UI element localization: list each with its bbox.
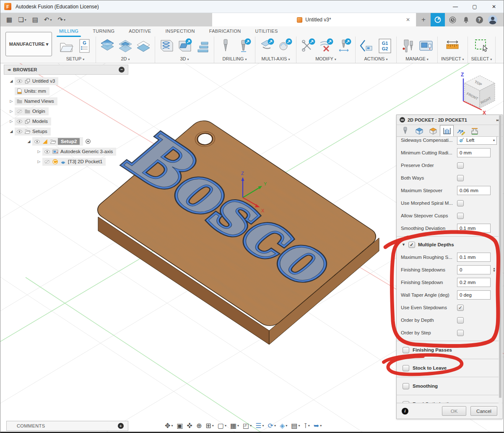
undo-icon[interactable]: ↶▾ bbox=[44, 16, 52, 23]
ok-button[interactable]: OK bbox=[442, 406, 466, 416]
checkbox-feed-optimization[interactable] bbox=[403, 401, 409, 403]
checkbox-order-by-depth[interactable] bbox=[457, 317, 464, 323]
parallel-3d-icon[interactable] bbox=[195, 38, 210, 56]
tree-item--t3-2d-pocket1[interactable]: ▷[T3] 2D Pocket1 bbox=[4, 157, 128, 167]
ribbon-tab-inspection[interactable]: INSPECTION bbox=[165, 26, 195, 37]
spin-down-icon[interactable]: ▼ bbox=[493, 270, 496, 272]
delete-toolpath-icon[interactable] bbox=[318, 38, 334, 56]
chevron-down-icon[interactable]: ▾ bbox=[320, 424, 322, 428]
face-2d-icon[interactable] bbox=[99, 38, 115, 56]
input-maximum-stepover[interactable]: 0.06 mm bbox=[457, 186, 491, 195]
chevron-down-icon[interactable]: ▼ bbox=[402, 243, 405, 247]
checkbox-order-by-step[interactable] bbox=[457, 330, 464, 336]
chevron-down-icon[interactable]: ▾ bbox=[286, 424, 287, 428]
slot-2d-icon[interactable] bbox=[135, 38, 151, 56]
show-passes-button[interactable]: ☰▾ bbox=[255, 422, 264, 430]
ribbon-group-label[interactable]: 2D ▾ bbox=[121, 56, 130, 61]
tree-expander-icon[interactable]: ◢ bbox=[8, 79, 15, 83]
move-toolpath-icon[interactable] bbox=[336, 38, 352, 56]
dropdown-sideways-compensati[interactable]: Left▾ bbox=[457, 137, 497, 145]
chevron-down-icon[interactable]: ▾ bbox=[171, 424, 173, 428]
job-status-button[interactable] bbox=[446, 13, 459, 26]
checkbox-preserve-order[interactable] bbox=[457, 162, 464, 169]
measure-icon[interactable] bbox=[444, 38, 460, 56]
swarf-icon[interactable] bbox=[259, 38, 275, 56]
tree-expander-icon[interactable]: ▷ bbox=[8, 109, 15, 113]
eye-icon[interactable] bbox=[16, 78, 23, 84]
browser-minimize-icon[interactable]: – bbox=[119, 67, 125, 73]
tree-expander-icon[interactable]: ▷ bbox=[36, 149, 42, 154]
file-icon[interactable]: ❏▾ bbox=[18, 16, 26, 23]
look-at-button[interactable]: ▣ bbox=[177, 422, 183, 430]
zoom-window-button[interactable]: ⊞▾ bbox=[205, 422, 213, 430]
checkbox-stock-to-leave[interactable] bbox=[403, 365, 409, 371]
ribbon-group-label[interactable]: 3D ▾ bbox=[180, 56, 189, 61]
ribbon-tab-milling[interactable]: MILLING bbox=[59, 26, 78, 37]
machine-library-icon[interactable] bbox=[418, 38, 434, 56]
ribbon-group-label[interactable]: MODIFY ▾ bbox=[315, 56, 336, 61]
input-finishing-stepdown[interactable]: 0.2 mm bbox=[457, 278, 491, 287]
dialog-collapse-icon[interactable] bbox=[400, 117, 405, 123]
file-icon-caret[interactable]: ▾ bbox=[25, 18, 26, 22]
pocket-3d-icon[interactable] bbox=[177, 38, 192, 56]
ribbon-tab-utilities[interactable]: UTILITIES bbox=[255, 26, 278, 37]
simulate-refresh-button[interactable]: ⟳▾ bbox=[268, 422, 276, 430]
ribbon-tab-additive[interactable]: ADDITIVE bbox=[129, 26, 151, 37]
account-button[interactable] bbox=[486, 13, 499, 26]
checkbox-multiple-depths[interactable]: ✓ bbox=[408, 242, 415, 248]
zoom-button[interactable]: ⊕ bbox=[196, 422, 202, 430]
checkbox-finishing-passes[interactable] bbox=[403, 347, 409, 353]
input-wall-taper-angle-deg[interactable]: 0 deg bbox=[457, 290, 491, 300]
chevron-down-icon[interactable]: ▾ bbox=[225, 424, 226, 428]
ribbon-tab-fabrication[interactable]: FABRICATION bbox=[209, 26, 241, 37]
post-process-icon[interactable] bbox=[359, 38, 375, 56]
tree-item-named-views[interactable]: ▷Named Views bbox=[4, 96, 128, 106]
dialog-header[interactable]: 2D POCKET : 2D POCKET1 ▸▸ bbox=[397, 115, 502, 125]
ribbon-group-label[interactable]: SELECT ▾ bbox=[471, 56, 492, 61]
chevron-down-icon[interactable]: ▾ bbox=[298, 424, 300, 428]
tree-expander-icon[interactable]: ▷ bbox=[8, 119, 15, 123]
tree-item-untitled-v3[interactable]: ◢Untitled v3 bbox=[4, 76, 128, 86]
grid-settings-button[interactable]: ▦▾ bbox=[230, 422, 239, 430]
show-machine-button[interactable]: ▤▾ bbox=[291, 422, 300, 430]
tree-expander-icon[interactable]: ▷ bbox=[8, 99, 15, 103]
ribbon-group-label[interactable]: MANAGE ▾ bbox=[405, 56, 429, 61]
dialog-tab-heights[interactable] bbox=[426, 125, 440, 136]
spinner-finishing-stepdowns[interactable]: ▲▼ bbox=[491, 267, 497, 272]
input-maximum-roughing-s[interactable]: 0.1 mm bbox=[457, 253, 491, 262]
eye-off-icon[interactable] bbox=[16, 108, 23, 115]
undo-icon-caret[interactable]: ▾ bbox=[50, 18, 52, 22]
toolpath-trail-button[interactable]: ➥▾ bbox=[314, 422, 322, 430]
thread-mill-icon[interactable] bbox=[236, 38, 252, 56]
ribbon-group-label[interactable]: ACTIONS ▾ bbox=[364, 56, 388, 61]
workspace-selector[interactable]: MANUFACTURE ▾ bbox=[5, 32, 52, 56]
ribbon-group-label[interactable]: SETUP ▾ bbox=[66, 56, 85, 61]
input-minimum-cutting-radi[interactable]: 0 mm bbox=[457, 148, 491, 157]
comments-bar[interactable]: COMMENTS + bbox=[6, 421, 128, 431]
g1g2-editor-icon[interactable]: G1G2 bbox=[377, 38, 393, 56]
notifications-button[interactable] bbox=[459, 13, 473, 26]
orbit-button[interactable]: ✥▾ bbox=[165, 422, 173, 430]
dialog-tab-passes[interactable] bbox=[440, 125, 454, 136]
tree-expander-icon[interactable]: ◢ bbox=[8, 129, 15, 133]
tree-item-models[interactable]: ▷Models bbox=[4, 116, 128, 126]
checkbox-use-even-stepdowns[interactable]: ✓ bbox=[457, 305, 464, 311]
info-icon[interactable]: i bbox=[402, 408, 408, 415]
ribbon-group-label[interactable]: MULTI-AXIS ▾ bbox=[262, 56, 290, 61]
document-tab-close-icon[interactable]: ✕ bbox=[406, 17, 410, 23]
trim-toolpath-icon[interactable] bbox=[300, 38, 316, 56]
pan-button[interactable]: ✜ bbox=[187, 422, 192, 430]
minimize-button[interactable]: — bbox=[446, 0, 465, 13]
dialog-scrollbar[interactable] bbox=[499, 115, 502, 419]
eye-icon[interactable] bbox=[44, 149, 50, 155]
view-cube[interactable]: TOP FRONT RIGHT Z X bbox=[461, 72, 495, 116]
tree-item-setup2[interactable]: ◢Setup2 bbox=[4, 136, 128, 146]
multi-contour-icon[interactable] bbox=[277, 38, 293, 56]
add-comment-icon[interactable]: + bbox=[118, 423, 124, 429]
tool-library-icon[interactable] bbox=[400, 38, 416, 56]
chevron-down-icon[interactable]: ▾ bbox=[308, 424, 310, 428]
tree-item-autodesk-generic-3-axis[interactable]: ▷Autodesk Generic 3-axis bbox=[4, 146, 128, 157]
close-button[interactable]: ✕ bbox=[484, 0, 504, 13]
drill-icon[interactable] bbox=[218, 38, 234, 56]
eye-icon[interactable] bbox=[34, 138, 40, 145]
